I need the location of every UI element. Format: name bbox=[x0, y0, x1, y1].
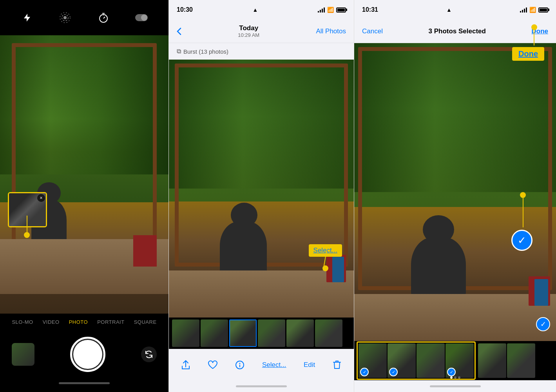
photos-main-image: Select... bbox=[169, 60, 354, 318]
select-time: 10:31 bbox=[362, 6, 378, 13]
dot-1 bbox=[450, 376, 453, 379]
location-arrow-icon: ▲ bbox=[253, 7, 258, 13]
sel-item-4[interactable]: ✓ bbox=[446, 343, 474, 378]
sel-item-5[interactable] bbox=[478, 343, 506, 378]
filmstrip-item-3[interactable] bbox=[229, 319, 257, 347]
shutter-button[interactable] bbox=[70, 337, 105, 372]
done-annotation: Done bbox=[512, 47, 544, 61]
done-annotation-label: Done bbox=[518, 49, 538, 58]
flash-icon[interactable] bbox=[18, 9, 36, 26]
sel-check-2: ✓ bbox=[389, 368, 398, 376]
sel-item-2[interactable]: ✓ bbox=[388, 343, 416, 378]
svg-marker-0 bbox=[24, 14, 30, 22]
select-battery-icon bbox=[538, 7, 548, 13]
filmstrip-item-6[interactable] bbox=[315, 319, 342, 347]
main-check-circle: ✓ bbox=[511, 230, 532, 251]
live-options-icon[interactable] bbox=[133, 9, 150, 26]
cancel-button[interactable]: Cancel bbox=[362, 27, 383, 35]
all-photos-button[interactable]: All Photos bbox=[316, 27, 346, 35]
photos-time: 10:30 bbox=[177, 6, 193, 13]
photos-nav-bar: Today 10:29 AM All Photos bbox=[169, 20, 354, 43]
delete-button[interactable] bbox=[329, 356, 345, 374]
live-photo-icon[interactable] bbox=[56, 9, 74, 26]
filmstrip-selected-group: ✓ ✓ ✓ bbox=[357, 341, 476, 380]
camera-panel: × SLO-MO VIDEO PHOTO PORTRAIT SQUARE bbox=[0, 0, 168, 392]
photo-background bbox=[169, 60, 354, 318]
battery-icon bbox=[336, 7, 346, 13]
select-main-image: ✓ ✓ bbox=[354, 43, 556, 341]
camera-controls-row bbox=[0, 337, 168, 372]
photos-panel: 10:30 ▲ 📶 Today 10:29 AM All bbox=[168, 0, 354, 392]
sel-check-1: ✓ bbox=[360, 368, 369, 376]
dot-3 bbox=[458, 376, 460, 379]
select-status-bar: 10:31 ▲ 📶 bbox=[354, 0, 556, 20]
filmstrip-item-5[interactable] bbox=[286, 319, 314, 347]
photos-status-bar: 10:30 ▲ 📶 bbox=[169, 0, 354, 20]
nav-title: Today 10:29 AM bbox=[238, 24, 259, 38]
flip-camera-button[interactable] bbox=[141, 347, 157, 362]
select-button[interactable]: Select... bbox=[258, 357, 290, 373]
sel-item-6[interactable] bbox=[507, 343, 535, 378]
share-button[interactable] bbox=[177, 356, 194, 374]
camera-bottom: SLO-MO VIDEO PHOTO PORTRAIT SQUARE bbox=[0, 314, 168, 392]
select-wifi-icon: 📶 bbox=[529, 7, 536, 13]
select-location-arrow: ▲ bbox=[446, 7, 452, 13]
home-indicator bbox=[59, 382, 110, 384]
camera-viewfinder: × bbox=[0, 35, 168, 314]
recent-photo-thumbnail[interactable] bbox=[12, 343, 34, 366]
sel-check-4: ✓ bbox=[447, 368, 456, 376]
mode-photo[interactable]: PHOTO bbox=[64, 318, 93, 327]
small-check-circle: ✓ bbox=[536, 317, 550, 331]
wifi-icon: 📶 bbox=[327, 7, 334, 13]
svg-line-6 bbox=[103, 17, 105, 18]
sel-item-1[interactable]: ✓ bbox=[359, 343, 387, 378]
edit-button[interactable]: Edit bbox=[300, 357, 319, 373]
burst-icon: ⧉ bbox=[177, 48, 181, 55]
mode-square[interactable]: SQUARE bbox=[129, 318, 161, 327]
heart-button[interactable] bbox=[204, 356, 222, 374]
filmstrip-item-2[interactable] bbox=[201, 319, 228, 347]
check-annotation-arrow bbox=[520, 192, 526, 227]
svg-point-1 bbox=[63, 16, 67, 19]
filmstrip-item-4[interactable] bbox=[258, 319, 285, 347]
select-count-title: 3 Photos Selected bbox=[428, 27, 485, 35]
select-status-icons: 📶 bbox=[520, 7, 548, 13]
mode-video[interactable]: VIDEO bbox=[38, 318, 64, 327]
camera-mode-selector: SLO-MO VIDEO PHOTO PORTRAIT SQUARE bbox=[0, 318, 168, 327]
burst-label: ⧉ Burst (13 photos) bbox=[169, 43, 354, 60]
mode-portrait[interactable]: PORTRAIT bbox=[92, 318, 129, 327]
select-annotation-label: Select... bbox=[313, 247, 337, 254]
thumbnail-x-icon: × bbox=[37, 194, 45, 202]
photos-toolbar: Select... Edit bbox=[169, 349, 354, 380]
select-nav-bar: Cancel 3 Photos Selected Done bbox=[354, 20, 556, 43]
info-button[interactable] bbox=[231, 356, 248, 374]
home-indicator-2 bbox=[169, 380, 354, 392]
filmstrip-item-1[interactable] bbox=[172, 319, 199, 347]
camera-last-photo-thumbnail[interactable]: × bbox=[8, 192, 47, 227]
select-panel: 10:31 ▲ 📶 Cancel 3 Photos Selected Done … bbox=[354, 0, 556, 392]
back-button[interactable] bbox=[177, 27, 181, 35]
camera-top-bar bbox=[0, 0, 168, 35]
select-filmstrip: ✓ ✓ ✓ bbox=[354, 341, 556, 380]
sel-item-3[interactable] bbox=[417, 343, 445, 378]
photos-filmstrip bbox=[169, 318, 354, 349]
filmstrip-dots bbox=[354, 376, 556, 379]
mode-slomo[interactable]: SLO-MO bbox=[7, 318, 38, 327]
dot-2 bbox=[454, 376, 456, 379]
status-icons: 📶 bbox=[318, 7, 346, 13]
timer-icon[interactable] bbox=[95, 9, 112, 26]
select-home-indicator bbox=[354, 380, 556, 392]
